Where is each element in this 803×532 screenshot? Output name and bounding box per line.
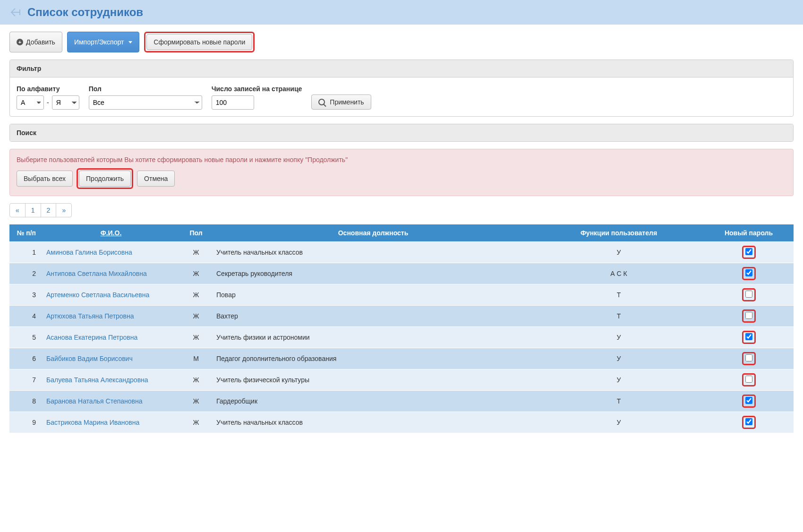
search-panel: Поиск (9, 124, 794, 142)
alphabet-label: По алфавиту (17, 85, 79, 93)
filter-panel-title: Фильтр (10, 60, 793, 77)
employee-link[interactable]: Аминова Галина Борисовна (46, 249, 132, 256)
employee-link[interactable]: Бастрикова Марина Ивановна (46, 419, 139, 426)
employee-link[interactable]: Балуева Татьяна Александровна (46, 376, 148, 384)
checkbox-highlight (742, 352, 756, 365)
cell-position: Учитель начальных классов (213, 242, 534, 263)
alert-panel: Выберите пользователей которым Вы хотите… (9, 149, 794, 196)
newpass-checkbox[interactable] (745, 397, 752, 404)
newpass-checkbox[interactable] (745, 333, 752, 340)
th-gender: Пол (179, 224, 213, 242)
cell-position: Учитель физической культуры (213, 369, 534, 391)
cell-gender: Ж (179, 263, 213, 284)
cell-position: Секретарь руководителя (213, 263, 534, 284)
table-row: 2Антипова Светлана МихайловнаЖСекретарь … (9, 263, 794, 284)
alpha-from-select[interactable]: А (17, 95, 44, 110)
gender-label: Пол (89, 85, 202, 93)
cell-num: 2 (9, 263, 43, 284)
cell-position: Вахтер (213, 306, 534, 327)
newpass-checkbox[interactable] (745, 354, 752, 361)
cell-name: Антипова Светлана Михайловна (43, 263, 179, 284)
page-2[interactable]: 2 (41, 203, 57, 217)
continue-button[interactable]: Продолжить (79, 171, 131, 187)
toolbar: + Добавить Импорт/Экспорт Сформировать н… (9, 32, 794, 52)
newpass-checkbox[interactable] (745, 248, 752, 255)
table-row: 3Артеменко Светлана ВасильевнаЖПоварТ (9, 284, 794, 306)
records-label: Число записей на странице (212, 85, 302, 93)
cell-num: 8 (9, 391, 43, 412)
import-export-button[interactable]: Импорт/Экспорт (67, 32, 139, 52)
records-input[interactable] (212, 95, 254, 110)
page-prev[interactable]: « (9, 203, 26, 217)
highlight-generate-passwords: Сформировать новые пароли (144, 32, 255, 52)
cell-position: Учитель физики и астрономии (213, 327, 534, 348)
employee-link[interactable]: Артеменко Светлана Васильевна (46, 291, 149, 299)
table-row: 5Асанова Екатерина ПетровнаЖУчитель физи… (9, 327, 794, 348)
generate-passwords-button[interactable]: Сформировать новые пароли (146, 34, 252, 50)
cell-num: 1 (9, 242, 43, 263)
generate-passwords-label: Сформировать новые пароли (154, 38, 245, 46)
employee-link[interactable]: Артюхова Татьяна Петровна (46, 312, 134, 320)
import-export-label: Импорт/Экспорт (74, 38, 124, 46)
th-num: № п/п (9, 224, 43, 242)
cell-functions: Т (534, 306, 704, 327)
page-header: Список сотрудников (0, 0, 803, 25)
cell-functions: У (534, 348, 704, 369)
search-icon (318, 99, 325, 105)
gender-select[interactable]: Все (89, 95, 202, 110)
highlight-continue: Продолжить (77, 168, 133, 189)
cell-num: 9 (9, 412, 43, 433)
cell-newpass (704, 306, 794, 327)
alpha-to-select[interactable]: Я (52, 95, 79, 110)
newpass-checkbox[interactable] (745, 418, 752, 425)
search-panel-title[interactable]: Поиск (10, 124, 793, 141)
th-fio[interactable]: Ф.И.О. (43, 224, 179, 242)
cell-gender: Ж (179, 327, 213, 348)
checkbox-highlight (742, 373, 756, 386)
cell-gender: М (179, 348, 213, 369)
cell-functions: А С К (534, 263, 704, 284)
checkbox-highlight (742, 246, 756, 259)
checkbox-highlight (742, 267, 756, 280)
alert-message: Выберите пользователей которым Вы хотите… (17, 156, 786, 163)
chevron-down-icon (128, 41, 132, 43)
page-1[interactable]: 1 (25, 203, 41, 217)
cell-num: 3 (9, 284, 43, 306)
employee-link[interactable]: Антипова Светлана Михайловна (46, 270, 147, 277)
newpass-checkbox[interactable] (745, 376, 752, 383)
select-all-button[interactable]: Выбрать всех (17, 171, 73, 187)
cell-newpass (704, 284, 794, 306)
cell-num: 7 (9, 369, 43, 391)
add-button[interactable]: + Добавить (9, 32, 62, 52)
apply-button[interactable]: Применить (311, 94, 371, 110)
back-icon[interactable] (9, 7, 23, 18)
newpass-checkbox[interactable] (745, 269, 752, 276)
employee-link[interactable]: Байбиков Вадим Борисович (46, 355, 133, 362)
cell-num: 5 (9, 327, 43, 348)
cell-gender: Ж (179, 391, 213, 412)
th-newpass: Новый пароль (704, 224, 794, 242)
cell-functions: Т (534, 391, 704, 412)
employee-link[interactable]: Асанова Екатерина Петровна (46, 334, 137, 341)
cell-newpass (704, 348, 794, 369)
cell-num: 4 (9, 306, 43, 327)
add-button-label: Добавить (26, 38, 55, 46)
cancel-button[interactable]: Отмена (137, 171, 175, 187)
cell-functions: У (534, 327, 704, 348)
checkbox-highlight (742, 331, 756, 344)
cell-newpass (704, 242, 794, 263)
newpass-checkbox[interactable] (745, 312, 752, 319)
cell-name: Бастрикова Марина Ивановна (43, 412, 179, 433)
page-next[interactable]: » (56, 203, 72, 217)
th-position: Основная должность (213, 224, 534, 242)
newpass-checkbox[interactable] (745, 291, 752, 298)
checkbox-highlight (742, 416, 756, 429)
table-row: 4Артюхова Татьяна ПетровнаЖВахтерТ (9, 306, 794, 327)
checkbox-highlight (742, 288, 756, 301)
cell-position: Учитель начальных классов (213, 412, 534, 433)
cell-name: Баранова Наталья Степановна (43, 391, 179, 412)
employee-link[interactable]: Баранова Наталья Степановна (46, 397, 143, 405)
cell-position: Педагог дополнительного образования (213, 348, 534, 369)
cell-num: 6 (9, 348, 43, 369)
th-functions: Функции пользователя (534, 224, 704, 242)
